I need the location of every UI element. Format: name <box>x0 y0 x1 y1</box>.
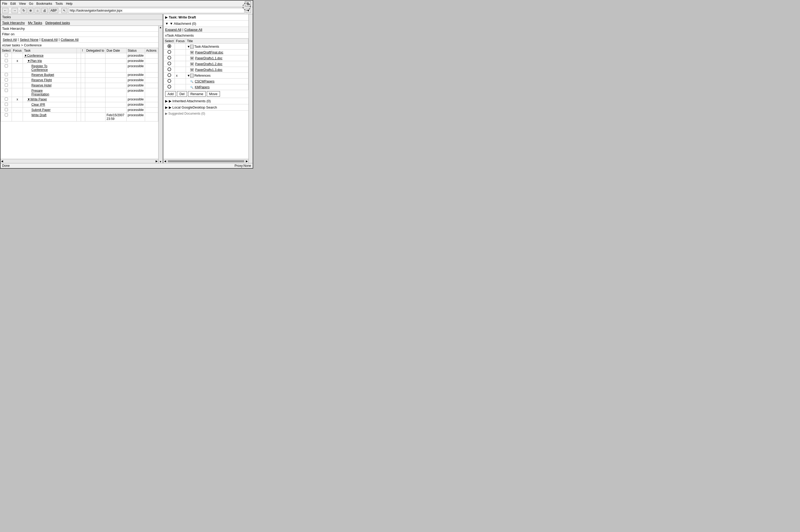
rename-button[interactable]: Rename <box>188 91 206 97</box>
radio-empty-3[interactable] <box>167 62 171 65</box>
forward-button[interactable]: → <box>12 8 18 13</box>
right-scroll-left-arrow[interactable]: ◀ <box>164 160 167 163</box>
tab-task-hierarchy[interactable]: Task Hierarchy <box>2 21 25 25</box>
scroll-left-arrow[interactable]: ◀ <box>1 160 4 163</box>
add-button[interactable]: Add <box>165 91 176 97</box>
right-horiz-thumb[interactable] <box>168 160 244 162</box>
inherited-expand-icon[interactable]: ▶ <box>165 99 168 103</box>
task-checkbox-3[interactable] <box>1 73 12 78</box>
menu-help[interactable]: Help <box>66 2 73 5</box>
suggested-expand-icon[interactable]: ▶ <box>165 112 167 115</box>
task-name-7[interactable]: ▼Write Paper <box>23 97 77 102</box>
cursor-button[interactable]: ↖ <box>61 8 67 13</box>
radio-empty-6[interactable] <box>167 79 171 83</box>
left-scrollbar[interactable]: ▲ ▼ <box>158 26 163 163</box>
attach-title-6[interactable]: 🔍 CSCWPapers <box>186 78 249 84</box>
back-button[interactable]: ← <box>2 8 8 13</box>
google-expand-icon[interactable]: ▶ <box>165 106 168 109</box>
refresh-button[interactable]: ↻ <box>21 8 26 13</box>
task-checkbox-8[interactable] <box>1 102 12 108</box>
print-button[interactable]: 🖨 <box>41 8 48 13</box>
attach-select-6[interactable] <box>164 78 175 84</box>
task-name-5[interactable]: Reserve Hotel <box>23 83 77 88</box>
task-checkbox-0[interactable] <box>1 53 12 58</box>
attach-select-7[interactable] <box>164 84 175 90</box>
task-checkbox-1[interactable] <box>1 58 12 64</box>
task-expand-icon[interactable]: ▶ <box>165 15 168 19</box>
right-scrollbar[interactable] <box>249 14 253 163</box>
scroll-down-arrow[interactable]: ▼ <box>159 160 162 163</box>
menu-edit[interactable]: Edit <box>10 2 16 5</box>
attach-select-3[interactable] <box>164 61 175 67</box>
attach-link-1[interactable]: PaperDraftFinal.doc <box>195 51 223 54</box>
attachment-collapse-icon[interactable]: ▼ <box>165 22 168 25</box>
attach-select-0[interactable] <box>164 44 175 50</box>
right-expand-all[interactable]: Expand All <box>165 28 181 32</box>
radio-filled-0[interactable] <box>167 44 171 48</box>
task-name-9[interactable]: Submit Paper <box>23 108 77 113</box>
task-name-10[interactable]: Write Draft <box>23 113 77 121</box>
attach-link-4[interactable]: PaperDraftv1.3.doc <box>195 68 222 72</box>
task-checkbox-6[interactable] <box>1 88 12 97</box>
task-checkbox-5[interactable] <box>1 83 12 88</box>
task-name-3[interactable]: Reserve Budget <box>23 73 77 78</box>
task-table-container[interactable]: Select Focus Task ! Delegated to Due Dat… <box>1 48 158 159</box>
task-name-4[interactable]: Reserve Flight <box>23 78 77 83</box>
menu-view[interactable]: View <box>19 2 26 5</box>
radio-empty-4[interactable] <box>167 68 171 71</box>
task-name-2[interactable]: Register ToConference <box>23 64 77 73</box>
tab-delegated-tasks[interactable]: Delegated tasks <box>46 21 70 25</box>
right-collapse-all[interactable]: Collapse All <box>184 28 202 32</box>
attach-link-2[interactable]: PaperDraftv1.1.doc <box>195 56 222 60</box>
select-none-button[interactable]: Select None <box>19 37 39 42</box>
radio-empty-2[interactable] <box>167 56 171 60</box>
attach-title-2[interactable]: W PaperDraftv1.1.doc <box>186 55 249 61</box>
menu-file[interactable]: File <box>2 2 7 5</box>
menu-go[interactable]: Go <box>29 2 33 5</box>
task-checkbox-7[interactable] <box>1 97 12 102</box>
breadcrumb-conference[interactable]: Conference <box>24 43 42 47</box>
task-name-6[interactable]: PreparePresentation <box>23 88 77 97</box>
attach-title-7[interactable]: 🔍 KMPapers <box>186 84 249 90</box>
task-name-1[interactable]: ▼Plan trip <box>23 58 77 64</box>
attach-title-4[interactable]: W PaperDraftv1.3.doc <box>186 67 249 73</box>
col-header-status: Status <box>127 48 145 53</box>
expand-all-button[interactable]: Expand All <box>41 37 58 42</box>
attach-title-1[interactable]: W PaperDraftFinal.doc <box>186 50 249 55</box>
attach-select-2[interactable] <box>164 55 175 61</box>
horiz-scroll-left[interactable]: ◀ ▶ <box>1 159 158 163</box>
move-button[interactable]: Move <box>207 91 220 97</box>
attach-link-7[interactable]: KMPapers <box>195 86 210 89</box>
adblock-button[interactable]: ABP <box>49 8 58 13</box>
attach-link-6[interactable]: CSCWPapers <box>195 80 215 83</box>
task-checkbox-10[interactable] <box>1 113 12 121</box>
collapse-all-button[interactable]: Collapse All <box>60 37 79 42</box>
radio-empty-7[interactable] <box>167 85 171 89</box>
select-all-button[interactable]: Select All <box>2 37 17 42</box>
scroll-up-arrow[interactable]: ▲ <box>159 26 162 29</box>
attach-select-1[interactable] <box>164 50 175 55</box>
menu-bookmarks[interactable]: Bookmarks <box>36 2 52 5</box>
task-checkbox-4[interactable] <box>1 78 12 83</box>
attach-title-0[interactable]: ▼□ Task Attachments <box>186 44 249 50</box>
home-button[interactable]: ⌂ <box>35 8 40 13</box>
task-checkbox-2[interactable] <box>1 64 12 73</box>
horiz-scroll-right[interactable]: ◀ ▶ <box>164 159 249 163</box>
menu-tools[interactable]: Tools <box>55 2 63 5</box>
attach-link-3[interactable]: PaperDraftv1.2.doc <box>195 62 222 66</box>
attach-select-5[interactable] <box>164 73 175 78</box>
del-button[interactable]: Del <box>177 91 187 97</box>
task-checkbox-9[interactable] <box>1 108 12 113</box>
stop-button[interactable]: ⊗ <box>28 8 34 13</box>
right-scroll-right-arrow[interactable]: ▶ <box>245 160 249 163</box>
attach-select-4[interactable] <box>164 67 175 73</box>
attach-title-5[interactable]: ▼□ References <box>186 73 249 78</box>
scroll-right-arrow[interactable]: ▶ <box>155 160 158 163</box>
address-bar[interactable] <box>68 8 244 13</box>
tab-my-tasks[interactable]: My Tasks <box>28 21 42 25</box>
task-name-0[interactable]: ▼Conference <box>23 53 77 58</box>
radio-empty-1[interactable] <box>167 50 171 54</box>
task-name-8[interactable]: Clear IPR <box>23 102 77 108</box>
radio-empty-5[interactable] <box>167 73 171 77</box>
attach-title-3[interactable]: W PaperDraftv1.2.doc <box>186 61 249 67</box>
